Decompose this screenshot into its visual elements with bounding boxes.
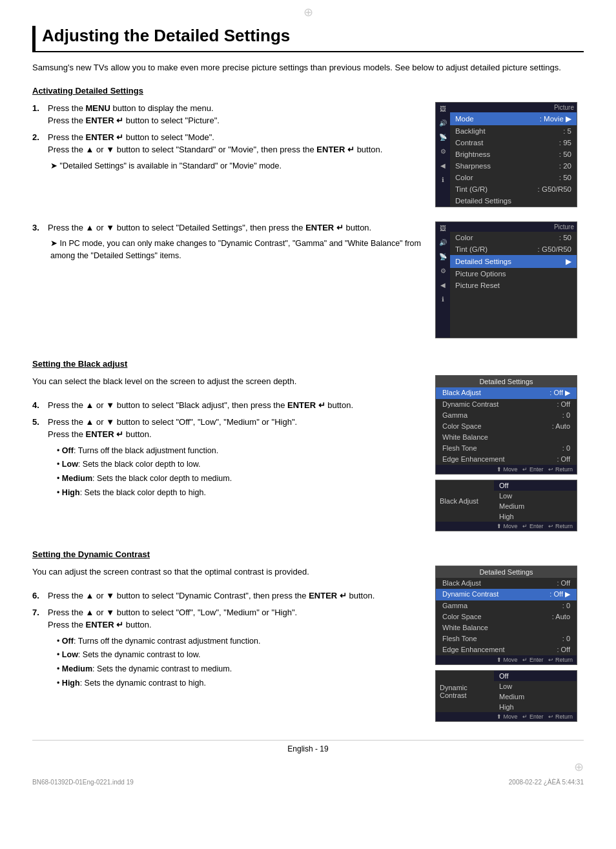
ds1-edge: Edge Enhancement : Off — [436, 454, 577, 465]
screen2-empty1 — [450, 291, 577, 303]
screen1-icons: 🖼 🔊 📡 ⚙ ◀ ℹ — [436, 103, 450, 207]
brightness-value: : 50 — [559, 150, 571, 158]
backlight-value: : 5 — [563, 127, 571, 135]
s2-options-label: Picture Options — [455, 270, 506, 278]
icon-info: ℹ — [442, 175, 444, 185]
intro-text: Samsung's new TVs allow you to make even… — [32, 61, 584, 74]
ds1-gamma: Gamma : 0 — [436, 410, 577, 421]
brightness-label: Brightness — [455, 150, 490, 158]
ds2-flesh-tone: Flesh Tone : 0 — [436, 633, 577, 644]
ds2-ft-value: : 0 — [562, 635, 570, 642]
ds2-black-adjust: Black Adjust : Off — [436, 578, 577, 589]
black-adjust-intro: You can select the black level on the sc… — [32, 375, 422, 388]
ds2-g-label: Gamma — [442, 602, 467, 609]
ds2-ba-label: Black Adjust — [442, 579, 481, 587]
screen2-row-tint: Tint (G/R) : G50/R50 — [450, 243, 577, 255]
icon-channel: 📡 — [439, 132, 447, 143]
dp-row: Dynamic Contrast Off Low Medium High — [436, 671, 577, 712]
tint-label: Tint (G/R) — [455, 185, 488, 193]
dc-bullet-medium: Medium: Sets the dynamic contrast to med… — [57, 663, 422, 675]
watermark-top: ⊕ — [303, 5, 313, 19]
screen1-top-label: Picture — [450, 103, 577, 112]
black-adjust-section: Setting the Black adjust You can select … — [32, 359, 584, 537]
detailed-screen-2: Detailed Settings Black Adjust : Off Dyn… — [435, 566, 577, 665]
ds1-cs-value: : Auto — [552, 422, 570, 430]
step-3: 3. Press the ▲ or ▼ button to select "De… — [32, 221, 422, 234]
black-adjust-bullets: Off: Turns off the black adjustment func… — [57, 445, 422, 499]
ds2-g-value: : 0 — [562, 602, 570, 609]
screen1-row-color: Color : 50 — [450, 172, 577, 183]
detailed-label: Detailed Settings — [455, 197, 511, 205]
screen2-sidebar: 🖼 🔊 📡 ⚙ ◀ ℹ Picture Color : 50 — [436, 222, 577, 338]
step-3-text: Press the ▲ or ▼ button to select "Detai… — [48, 221, 371, 234]
dynamic-popup: Dynamic Contrast Off Low Medium High ⬆ M… — [435, 670, 577, 722]
step-7-num: 7. — [32, 606, 44, 631]
screen2-empty2 — [450, 303, 577, 314]
ds1-footer: ⬆ Move ↵ Enter ↩ Return — [436, 465, 577, 474]
dp-opt-medium: Medium — [494, 691, 577, 702]
s2-color-value: : 50 — [559, 234, 571, 241]
step-5-num: 5. — [32, 416, 44, 441]
dc-bullet-high: High: Sets the dynamic contrast to high. — [57, 677, 422, 690]
ds2-ft-label: Flesh Tone — [442, 635, 477, 642]
bp-opt-off: Off — [494, 480, 577, 491]
s2-detailed-arrow: ▶ — [566, 257, 571, 266]
step-5-text: Press the ▲ or ▼ button to select "Off",… — [48, 416, 297, 441]
ds2-footer: ⬆ Move ↵ Enter ↩ Return — [436, 655, 577, 664]
dc-bullet-off: Off: Turns off the dynamic contrast adju… — [57, 635, 422, 648]
dp-footer: ⬆ Move ↵ Enter ↩ Return — [436, 712, 577, 721]
ds1-enter: ↵ Enter — [522, 466, 543, 473]
s2-color-label: Color — [455, 234, 473, 241]
step-4-num: 4. — [32, 399, 44, 412]
screen2-empty4 — [450, 326, 577, 338]
ds2-e-label: Edge Enhancement — [442, 646, 505, 653]
ds1-header: Detailed Settings — [436, 376, 577, 387]
ds1-ft-label: Flesh Tone — [442, 444, 477, 452]
ds1-ba-label: Black Adjust — [442, 389, 481, 397]
page-footer: English - 19 — [32, 740, 584, 753]
dynamic-contrast-heading: Setting the Dynamic Contrast — [32, 549, 584, 559]
screen2-menu: Picture Color : 50 Tint (G/R) : G50/R50 … — [450, 222, 577, 338]
screen1-row-mode: Mode : Movie ▶ — [450, 112, 577, 125]
watermark-bottom: ⊕ — [574, 760, 584, 774]
icon-input: ◀ — [440, 161, 446, 171]
ds1-white-balance: White Balance — [436, 432, 577, 443]
ds1-color-space: Color Space : Auto — [436, 421, 577, 432]
step-3-note: In PC mode, you can only make changes to… — [50, 238, 422, 262]
ds1-e-label: Edge Enhancement — [442, 455, 505, 463]
dp-opt-off: Off — [494, 671, 577, 681]
dp-opt-low: Low — [494, 681, 577, 691]
step-5: 5. Press the ▲ or ▼ button to select "Of… — [32, 416, 422, 441]
activating-left: 1. Press the MENU button to display the … — [32, 102, 422, 215]
ds1-black-adjust: Black Adjust : Off ▶ — [436, 387, 577, 399]
bp-return: ↩ Return — [548, 523, 573, 529]
icon2-sound: 🔊 — [439, 238, 447, 248]
ds1-ft-value: : 0 — [562, 444, 570, 452]
bp-opt-medium: Medium — [494, 501, 577, 511]
activating-heading: Activating Detailed Settings — [32, 86, 584, 96]
ds1-wb-label: White Balance — [442, 433, 488, 441]
screen2-empty3 — [450, 314, 577, 326]
sharpness-label: Sharpness — [455, 162, 491, 170]
icon2-picture: 🖼 — [440, 223, 446, 234]
screen2-row-detailed: Detailed Settings ▶ — [450, 255, 577, 268]
step3-section: 3. Press the ▲ or ▼ button to select "De… — [32, 221, 584, 346]
tv-screen-2: 🖼 🔊 📡 ⚙ ◀ ℹ Picture Color : 50 — [435, 221, 577, 338]
ds2-move: ⬆ Move — [497, 657, 518, 663]
step-4: 4. Press the ▲ or ▼ button to select "Bl… — [32, 399, 422, 412]
ds1-dc-value: : Off — [557, 400, 570, 408]
ds2-ba-value: : Off — [557, 579, 570, 587]
bp-row: Black Adjust Off Low Medium High — [436, 480, 577, 522]
dp-options: Off Low Medium High — [494, 671, 577, 712]
ds2-cs-value: : Auto — [552, 613, 570, 620]
bp-footer: ⬆ Move ↵ Enter ↩ Return — [436, 522, 577, 531]
ds2-dc-value: : Off ▶ — [549, 590, 570, 598]
screen1-row-detailed: Detailed Settings — [450, 195, 577, 207]
ds1-move: ⬆ Move — [497, 466, 518, 473]
dynamic-contrast-bullets: Off: Turns off the dynamic contrast adju… — [57, 635, 422, 690]
step-6: 6. Press the ▲ or ▼ button to select "Dy… — [32, 589, 422, 602]
ds2-color-space: Color Space : Auto — [436, 611, 577, 622]
screen2-row-reset: Picture Reset — [450, 280, 577, 291]
activating-section: Activating Detailed Settings 1. Press th… — [32, 86, 584, 346]
dynamic-contrast-left: You can adjust the screen contrast so th… — [32, 566, 422, 727]
